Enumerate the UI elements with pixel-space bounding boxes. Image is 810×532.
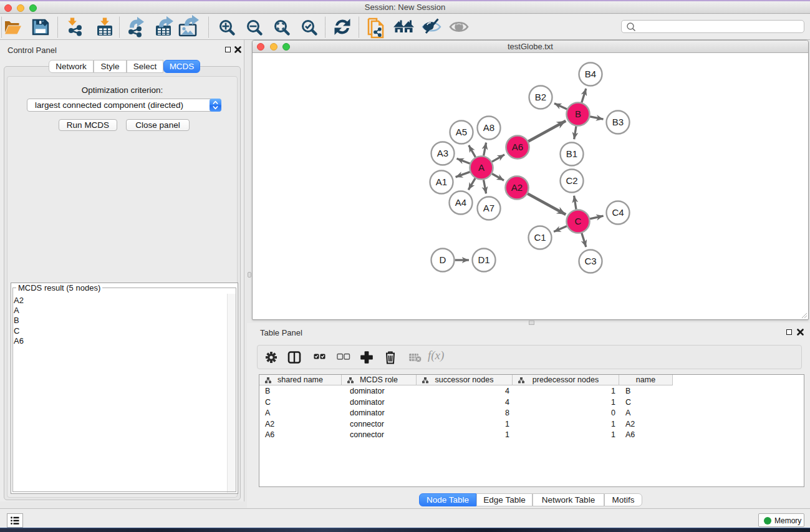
svg-text:A: A [478, 162, 485, 173]
svg-text:A5: A5 [456, 127, 467, 137]
svg-text:A1: A1 [436, 177, 447, 187]
svg-text:A2: A2 [511, 182, 523, 193]
svg-text:B2: B2 [535, 92, 546, 102]
svg-text:A3: A3 [437, 148, 448, 158]
svg-text:A6: A6 [512, 142, 523, 152]
svg-text:B: B [575, 109, 581, 119]
svg-text:B4: B4 [585, 69, 596, 79]
svg-text:D: D [440, 254, 446, 265]
svg-text:A7: A7 [483, 203, 494, 213]
svg-text:B1: B1 [566, 148, 577, 159]
svg-text:C4: C4 [612, 207, 624, 218]
svg-text:C1: C1 [534, 232, 546, 243]
svg-text:A4: A4 [455, 197, 466, 208]
svg-text:C3: C3 [584, 256, 596, 266]
svg-text:C2: C2 [566, 175, 577, 186]
svg-text:B3: B3 [612, 117, 624, 127]
svg-text:C: C [575, 216, 582, 226]
svg-text:A8: A8 [483, 122, 494, 133]
svg-text:D1: D1 [478, 254, 489, 265]
